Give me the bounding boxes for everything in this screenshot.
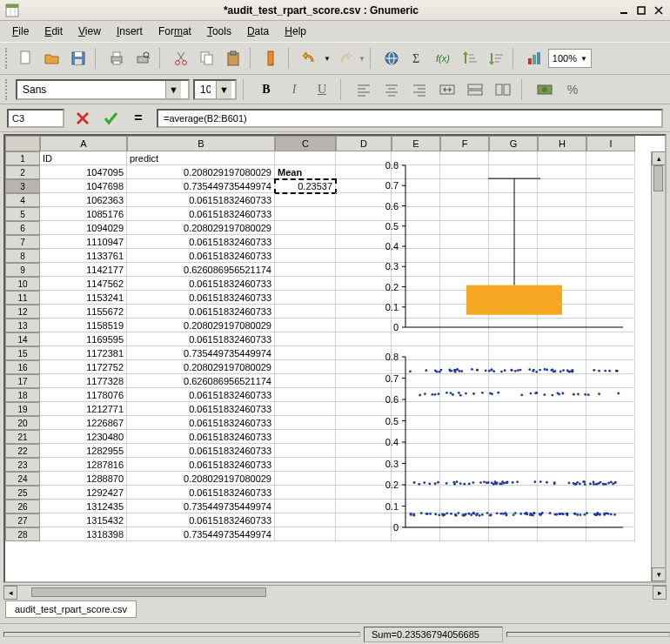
font-size-combo[interactable]: ▼: [193, 79, 237, 100]
cell[interactable]: 1212771: [40, 402, 127, 416]
col-header[interactable]: D: [336, 136, 392, 151]
chart-overlay[interactable]: 00.10.20.30.40.50.60.70.8 00.10.20.30.40…: [371, 157, 649, 540]
row-header[interactable]: 13: [5, 319, 40, 332]
cell[interactable]: 0.735449735449974: [127, 500, 275, 513]
cell[interactable]: [275, 500, 336, 513]
cell[interactable]: [275, 291, 336, 305]
font-name-input[interactable]: [17, 81, 165, 98]
cell[interactable]: [275, 319, 336, 332]
cell[interactable]: [275, 430, 336, 444]
row-header[interactable]: 26: [5, 500, 40, 513]
cell[interactable]: 1226867: [40, 416, 127, 430]
row-header[interactable]: 7: [5, 235, 40, 249]
cell[interactable]: [275, 277, 336, 291]
col-header[interactable]: C: [275, 136, 336, 151]
cell[interactable]: [275, 360, 336, 374]
cell[interactable]: 1172752: [40, 360, 127, 374]
menu-help[interactable]: Help: [278, 23, 313, 40]
cell[interactable]: 0.23537: [275, 179, 336, 193]
menu-data[interactable]: Data: [240, 23, 276, 40]
cell[interactable]: 1153241: [40, 291, 127, 305]
sum-icon[interactable]: Σ: [405, 46, 430, 70]
paste-icon[interactable]: [221, 46, 245, 70]
row-header[interactable]: 6: [5, 221, 40, 235]
cell[interactable]: 1282955: [40, 444, 127, 458]
percent-icon[interactable]: %: [560, 77, 585, 102]
row-header[interactable]: 5: [5, 207, 40, 221]
menu-format[interactable]: Format: [151, 23, 198, 40]
row-header[interactable]: 19: [5, 402, 40, 416]
cell[interactable]: [275, 151, 336, 165]
cell[interactable]: 1230480: [40, 430, 127, 444]
cell[interactable]: ID: [40, 151, 127, 165]
cell[interactable]: 0.06151832460733: [127, 249, 275, 263]
row-header[interactable]: 28: [5, 527, 40, 541]
dropdown-icon[interactable]: ▼: [358, 55, 365, 63]
menu-edit[interactable]: Edit: [37, 23, 70, 40]
cell[interactable]: [275, 486, 336, 500]
formula-input[interactable]: =average(B2:B601): [157, 109, 663, 128]
cell[interactable]: 1142177: [40, 263, 127, 277]
cell[interactable]: 1315432: [40, 513, 127, 527]
row-header[interactable]: 22: [5, 444, 40, 458]
currency-icon[interactable]: [533, 77, 557, 102]
cell[interactable]: 0.735449735449974: [127, 527, 275, 541]
cell[interactable]: 0.06151832460733: [127, 486, 275, 500]
cut-icon[interactable]: [169, 46, 193, 70]
cell[interactable]: 1094029: [40, 221, 127, 235]
cell[interactable]: 0.208029197080029: [127, 472, 275, 486]
cell[interactable]: 0.06151832460733: [127, 430, 275, 444]
cell[interactable]: [275, 305, 336, 319]
row-header[interactable]: 2: [5, 165, 40, 179]
row-header[interactable]: 4: [5, 193, 40, 207]
cell[interactable]: [275, 472, 336, 486]
chevron-down-icon[interactable]: ▼: [165, 81, 181, 98]
scrollbar-thumb[interactable]: [31, 587, 266, 597]
equals-icon[interactable]: =: [129, 109, 148, 128]
print-preview-icon[interactable]: [131, 46, 155, 70]
cell[interactable]: [275, 513, 336, 527]
col-header[interactable]: I: [586, 136, 635, 151]
cell[interactable]: [275, 527, 336, 541]
underline-button[interactable]: U: [310, 77, 334, 102]
cell[interactable]: 0.06151832460733: [127, 332, 275, 346]
merge-cells-icon[interactable]: [463, 77, 487, 102]
scrollbar-thumb[interactable]: [653, 165, 663, 191]
align-center-icon[interactable]: [379, 77, 404, 102]
cell[interactable]: [275, 332, 336, 346]
cell[interactable]: 1062363: [40, 193, 127, 207]
row-header[interactable]: 9: [5, 263, 40, 277]
cell[interactable]: 1155672: [40, 305, 127, 319]
maximize-button[interactable]: [635, 4, 647, 17]
cell[interactable]: 0.06151832460733: [127, 207, 275, 221]
merge-center-icon[interactable]: [435, 77, 459, 102]
cell-reference-box[interactable]: C3: [7, 109, 64, 128]
cell[interactable]: 0.06151832460733: [127, 291, 275, 305]
cell[interactable]: Mean: [275, 165, 336, 179]
cell[interactable]: [275, 458, 336, 472]
vertical-scrollbar[interactable]: ▴ ▾: [651, 151, 665, 581]
insert-link-icon[interactable]: [259, 46, 284, 70]
row-header[interactable]: 3: [5, 179, 40, 193]
cell[interactable]: predict: [127, 151, 275, 165]
zoom-combo[interactable]: 100% ▼: [548, 49, 592, 68]
col-header[interactable]: A: [40, 136, 127, 151]
cell[interactable]: 1085176: [40, 207, 127, 221]
cell[interactable]: 0.06151832460733: [127, 444, 275, 458]
redo-icon[interactable]: [332, 46, 357, 70]
cell[interactable]: 0.06151832460733: [127, 402, 275, 416]
minimize-button[interactable]: [618, 4, 630, 17]
spreadsheet-grid[interactable]: ABCDEFGHI1IDpredict210470950.20802919708…: [3, 134, 667, 583]
col-header[interactable]: F: [440, 136, 489, 151]
cell[interactable]: 0.06151832460733: [127, 416, 275, 430]
row-header[interactable]: 1: [5, 151, 40, 165]
row-header[interactable]: 18: [5, 388, 40, 402]
sort-asc-icon[interactable]: [458, 46, 482, 70]
function-icon[interactable]: f(x): [432, 46, 456, 70]
cell[interactable]: 0.208029197080029: [127, 360, 275, 374]
cell[interactable]: [275, 221, 336, 235]
cell[interactable]: 1178076: [40, 388, 127, 402]
align-right-icon[interactable]: [407, 77, 432, 102]
cell[interactable]: 1292427: [40, 486, 127, 500]
cell[interactable]: [275, 207, 336, 221]
